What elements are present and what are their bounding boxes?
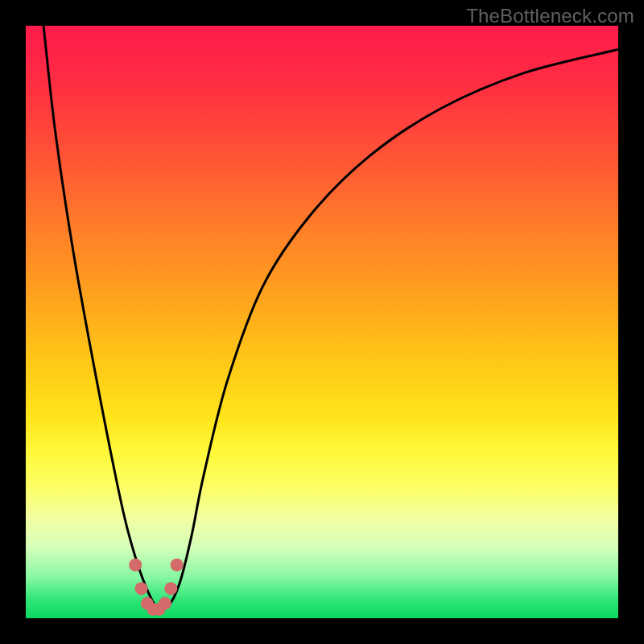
- plot-area: [26, 26, 618, 618]
- highlight-markers: [129, 559, 184, 616]
- highlight-dot: [159, 597, 171, 610]
- highlight-dot: [171, 559, 184, 572]
- watermark-text: TheBottleneck.com: [466, 5, 634, 27]
- highlight-dot: [129, 559, 142, 572]
- curve-layer: [26, 26, 618, 618]
- bottleneck-curve: [43, 26, 618, 609]
- chart-frame: TheBottleneck.com: [0, 0, 644, 644]
- highlight-dot: [135, 582, 148, 595]
- bottleneck-curve-path: [43, 26, 618, 609]
- highlight-dot: [164, 582, 177, 595]
